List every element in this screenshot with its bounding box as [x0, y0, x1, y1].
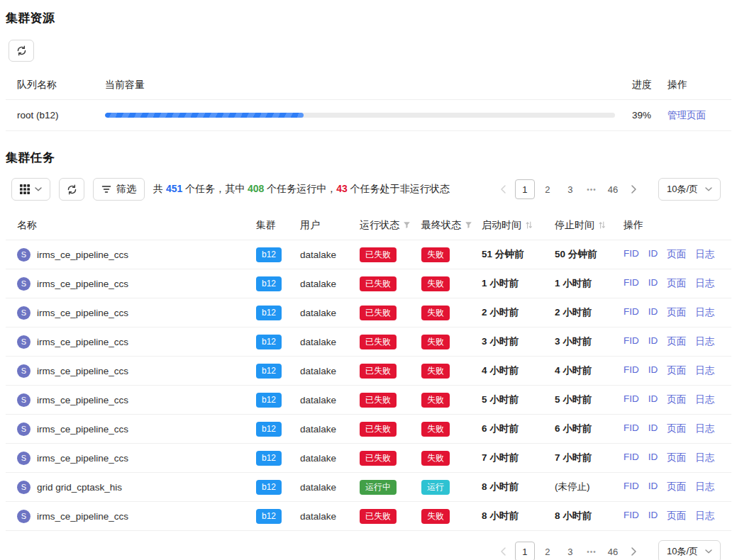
column-header-capacity: 当前容量 — [105, 79, 615, 91]
page-number[interactable]: 3 — [560, 542, 580, 560]
refresh-resources-button[interactable] — [9, 40, 34, 62]
task-action-log-link[interactable]: 日志 — [695, 277, 714, 290]
task-action-fid-link[interactable]: FID — [624, 393, 639, 406]
task-action-fid-link[interactable]: FID — [624, 335, 639, 348]
task-action-log-link[interactable]: 日志 — [695, 306, 714, 319]
page: 集群资源 队列名称 当前容量 进度 操作 root (b12) 39% — [0, 0, 737, 560]
sort-icon[interactable] — [525, 220, 533, 230]
page-ellipsis[interactable]: ••• — [583, 186, 600, 194]
page-ellipsis[interactable]: ••• — [583, 548, 600, 556]
task-name-cell: S irms_ce_pipeline_ccs — [17, 452, 256, 465]
task-user: datalake — [300, 366, 360, 376]
chevron-down-icon — [705, 549, 712, 554]
manage-page-link[interactable]: 管理页面 — [667, 110, 706, 121]
page-number[interactable]: 2 — [538, 542, 558, 560]
filter-button[interactable]: 筛选 — [93, 178, 145, 201]
task-action-page-link[interactable]: 页面 — [667, 364, 686, 377]
task-action-log-link[interactable]: 日志 — [695, 364, 714, 377]
task-action-log-link[interactable]: 日志 — [695, 481, 714, 493]
task-action-id-link[interactable]: ID — [648, 248, 658, 261]
view-settings-button[interactable] — [11, 178, 50, 201]
task-start-time: 5 小时前 — [482, 393, 555, 406]
filter-button-label: 筛选 — [116, 183, 136, 196]
task-start-time: 4 小时前 — [482, 364, 555, 377]
page-size-select[interactable]: 10条/页 — [658, 178, 721, 201]
filter-funnel-icon[interactable] — [465, 221, 472, 229]
task-user: datalake — [300, 482, 360, 493]
filter-funnel-icon[interactable] — [403, 221, 411, 229]
page-number-active[interactable]: 1 — [515, 179, 535, 199]
task-action-fid-link[interactable]: FID — [624, 422, 639, 435]
task-action-log-link[interactable]: 日志 — [695, 452, 714, 464]
page-number[interactable]: 3 — [560, 179, 580, 199]
column-header-progress: 进度 — [615, 79, 659, 91]
prev-page-button[interactable] — [495, 542, 512, 560]
task-action-log-link[interactable]: 日志 — [695, 335, 714, 348]
task-cluster-badge: b12 — [256, 393, 282, 408]
run-status-badge: 已失败 — [360, 247, 397, 262]
final-status-badge: 失败 — [421, 335, 450, 349]
task-action-page-link[interactable]: 页面 — [667, 277, 686, 290]
task-action-id-link[interactable]: ID — [648, 393, 658, 406]
task-action-page-link[interactable]: 页面 — [667, 452, 686, 464]
task-action-fid-link[interactable]: FID — [624, 481, 639, 493]
task-table-header: 名称 集群 用户 运行状态 最终状态 启动时间 — [6, 211, 731, 240]
sort-icon[interactable] — [598, 220, 606, 230]
queue-name: root (b12) — [17, 110, 105, 121]
task-action-log-link[interactable]: 日志 — [695, 510, 714, 522]
task-action-id-link[interactable]: ID — [648, 277, 658, 290]
task-action-page-link[interactable]: 页面 — [667, 306, 686, 319]
task-cluster-badge: b12 — [256, 306, 282, 320]
task-action-page-link[interactable]: 页面 — [667, 510, 686, 522]
task-action-id-link[interactable]: ID — [648, 510, 658, 522]
task-actions: FIDID页面日志 — [624, 364, 720, 377]
task-action-id-link[interactable]: ID — [648, 481, 658, 493]
task-start-time: 51 分钟前 — [482, 248, 555, 261]
page-size-select[interactable]: 10条/页 — [658, 540, 721, 560]
task-action-fid-link[interactable]: FID — [624, 510, 639, 522]
task-avatar: S — [17, 277, 31, 291]
task-action-id-link[interactable]: ID — [648, 364, 658, 377]
page-number[interactable]: 2 — [538, 179, 558, 199]
summary-text: 个任务，其中 — [182, 183, 248, 194]
task-action-id-link[interactable]: ID — [648, 306, 658, 319]
page-number-active[interactable]: 1 — [515, 542, 535, 560]
task-action-id-link[interactable]: ID — [648, 452, 658, 464]
task-action-page-link[interactable]: 页面 — [667, 481, 686, 493]
column-header-label: 操作 — [624, 219, 643, 232]
refresh-tasks-button[interactable] — [59, 178, 84, 201]
task-action-fid-link[interactable]: FID — [624, 277, 639, 290]
task-action-fid-link[interactable]: FID — [624, 452, 639, 464]
task-action-id-link[interactable]: ID — [648, 335, 658, 348]
table-row: S irms_ce_pipeline_ccs b12 datalake 已失败 … — [6, 444, 731, 473]
task-name-cell: S irms_ce_pipeline_ccs — [17, 393, 256, 407]
bottom-bar: 123•••46 10条/页 — [6, 540, 731, 560]
column-header-action: 操作 — [624, 219, 720, 232]
task-action-page-link[interactable]: 页面 — [667, 335, 686, 348]
table-row: S irms_ce_pipeline_ccs b12 datalake 已失败 … — [6, 415, 731, 444]
column-header-label: 运行状态 — [360, 219, 399, 232]
task-name: irms_ce_pipeline_ccs — [37, 308, 128, 318]
task-avatar: S — [17, 393, 31, 407]
next-page-button[interactable] — [626, 180, 643, 198]
task-action-id-link[interactable]: ID — [648, 422, 658, 435]
task-action-page-link[interactable]: 页面 — [667, 422, 686, 435]
page-number[interactable]: 46 — [603, 542, 623, 560]
filter-lines-icon — [101, 185, 111, 194]
task-action-fid-link[interactable]: FID — [624, 306, 639, 319]
task-action-log-link[interactable]: 日志 — [695, 248, 714, 261]
task-action-log-link[interactable]: 日志 — [695, 393, 714, 406]
task-action-page-link[interactable]: 页面 — [667, 393, 686, 406]
task-user: datalake — [300, 424, 360, 435]
task-cluster-badge: b12 — [256, 335, 282, 349]
grid-icon — [20, 184, 30, 194]
task-avatar: S — [17, 452, 31, 465]
next-page-button[interactable] — [626, 542, 643, 560]
task-action-page-link[interactable]: 页面 — [667, 248, 686, 261]
column-header-user: 用户 — [300, 219, 360, 232]
task-action-fid-link[interactable]: FID — [624, 364, 639, 377]
prev-page-button[interactable] — [495, 180, 512, 198]
task-action-fid-link[interactable]: FID — [624, 248, 639, 261]
page-number[interactable]: 46 — [603, 179, 623, 199]
task-action-log-link[interactable]: 日志 — [695, 422, 714, 435]
